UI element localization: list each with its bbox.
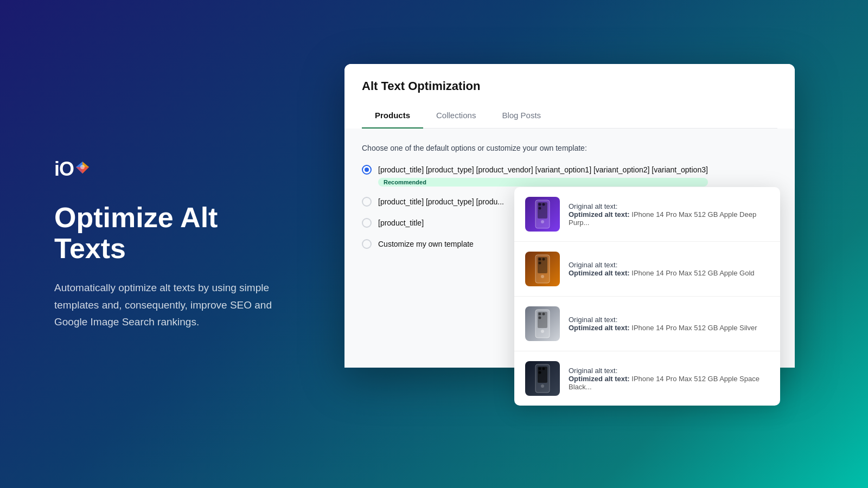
original-label-1: Original alt text: [569,202,769,210]
svg-point-25 [539,371,541,374]
tab-products[interactable]: Products [362,104,423,129]
preview-item-4: Original alt text: Optimized alt text: I… [514,351,780,406]
radio-label-1: [product_title] [product_type] [product_… [378,164,708,187]
preview-text-1: Original alt text: Optimized alt text: I… [569,202,769,227]
page-description: Automatically optimize alt texts by usin… [54,279,282,330]
option-3-text: [product_title] [378,217,424,229]
logo: iO [54,158,282,181]
phone-icon-silver [532,309,553,339]
svg-point-5 [539,203,541,206]
optimized-value-2: IPhone 14 Pro Max 512 GB Apple Gold [631,269,754,277]
optimized-label-4: Optimized alt text: IPhone 14 Pro Max 51… [569,375,769,391]
recommended-badge: Recommended [378,178,708,187]
svg-point-6 [542,203,545,206]
svg-point-17 [539,313,541,316]
product-image-space [525,361,560,396]
option-2-text: [product_title] [product_type] [produ... [378,196,504,208]
tab-blog-posts[interactable]: Blog Posts [489,104,554,129]
product-image-silver [525,306,560,341]
original-label-3: Original alt text: [569,316,769,324]
preview-text-4: Original alt text: Optimized alt text: I… [569,367,769,391]
instruction-text: Choose one of the default options or cus… [362,144,777,152]
page-heading: Optimize Alt Texts [54,202,282,264]
svg-point-1 [80,165,85,169]
radio-button-2[interactable] [362,197,372,207]
phone-icon-space [532,363,553,394]
window-header: Alt Text Optimization Products Collectio… [344,64,795,129]
radio-option-1[interactable]: [product_title] [product_type] [product_… [362,164,777,187]
original-label-2: Original alt text: [569,261,769,269]
optimized-prefix-1: Optimized alt text: [569,210,630,219]
svg-point-19 [539,317,541,319]
svg-point-24 [542,368,545,370]
window-title: Alt Text Optimization [362,79,777,93]
logo-text: iO [54,158,74,181]
phone-icon-purple [532,199,553,229]
optimized-prefix-4: Optimized alt text: [569,375,630,383]
optimized-label-3: Optimized alt text: IPhone 14 Pro Max 51… [569,324,769,332]
preview-text-2: Original alt text: Optimized alt text: I… [569,261,769,277]
optimized-value-3: IPhone 14 Pro Max 512 GB Apple Silver [631,324,757,332]
preview-item-2: Original alt text: Optimized alt text: I… [514,242,780,297]
product-image-gold [525,252,560,286]
phone-icon-gold [532,254,553,284]
optimized-prefix-2: Optimized alt text: [569,269,630,277]
tab-bar: Products Collections Blog Posts [362,104,777,129]
svg-point-12 [542,258,545,261]
svg-point-7 [539,207,541,210]
tab-collections[interactable]: Collections [423,104,489,129]
preview-text-3: Original alt text: Optimized alt text: I… [569,316,769,332]
radio-button-3[interactable] [362,218,372,228]
optimized-prefix-3: Optimized alt text: [569,324,630,332]
radio-button-4[interactable] [362,239,372,249]
option-1-text: [product_title] [product_type] [product_… [378,164,708,176]
radio-button-1[interactable] [362,165,372,175]
svg-point-23 [539,368,541,370]
svg-point-16 [541,330,544,333]
option-4-text: Customize my own template [378,239,474,250]
left-panel: iO Optimize Alt Texts Automatically opti… [0,0,336,488]
original-label-4: Original alt text: [569,367,769,375]
preview-item-1: Original alt text: Optimized alt text: I… [514,187,780,242]
svg-point-18 [542,313,545,316]
preview-item-3: Original alt text: Optimized alt text: I… [514,297,780,351]
svg-point-4 [541,220,544,223]
preview-panel: Original alt text: Optimized alt text: I… [514,187,780,406]
svg-point-13 [539,262,541,265]
product-image-purple [525,197,560,232]
optimized-label-2: Optimized alt text: IPhone 14 Pro Max 51… [569,269,769,277]
svg-point-11 [539,258,541,261]
svg-point-22 [541,384,544,388]
svg-point-10 [541,275,544,278]
optimized-label-1: Optimized alt text: IPhone 14 Pro Max 51… [569,210,769,227]
logo-icon [74,159,91,179]
